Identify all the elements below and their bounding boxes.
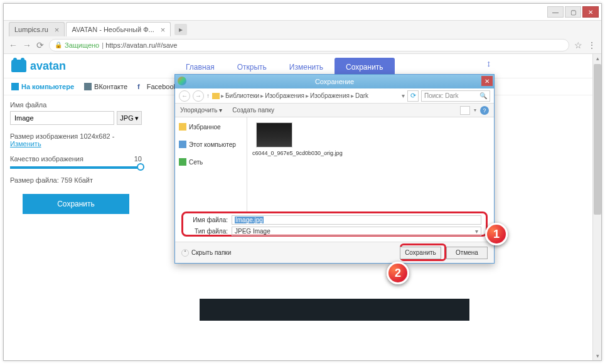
dialog-cancel-button[interactable]: Отмена xyxy=(446,247,488,259)
annotation-badge-1: 1 xyxy=(485,223,508,245)
dialog-toolbar: Упорядочить ▾ Создать папку ▾ ? xyxy=(175,104,494,117)
background-image xyxy=(200,299,469,321)
expand-icon[interactable]: ⤢ xyxy=(484,60,494,70)
annotation-badge-2: 2 xyxy=(387,262,409,284)
tab-computer[interactable]: На компьютере xyxy=(11,83,74,90)
search-input[interactable]: Поиск: Dark 🔍 xyxy=(421,90,490,102)
filetype-label: Тип файла: xyxy=(188,228,232,235)
up-icon[interactable]: ↑ xyxy=(206,92,210,99)
network-icon xyxy=(179,158,186,166)
sidebar-this-pc[interactable]: Этот компьютер xyxy=(178,139,244,150)
site-logo[interactable]: avatan xyxy=(11,60,66,73)
scroll-up-icon[interactable]: ▴ xyxy=(593,54,602,63)
save-button[interactable]: Сохранить xyxy=(23,194,129,214)
sidebar-network[interactable]: Сеть xyxy=(178,156,244,168)
dialog-fields: Имя файла: Image.jpg Тип файла: JPEG Ima… xyxy=(175,211,494,242)
filename-input[interactable] xyxy=(10,111,114,125)
resize-link[interactable]: Изменить xyxy=(10,140,41,147)
page-scrollbar[interactable]: ▴ ▾ xyxy=(592,54,601,360)
tab-vk[interactable]: ВКонтакте xyxy=(84,83,127,90)
browser-window: — ▢ ✕ Lumpics.ru × AVATAN - Необычный Ф.… xyxy=(3,3,602,361)
forward-icon[interactable]: → xyxy=(23,40,31,50)
file-list[interactable]: c6044_0_967e5_9cd0b030_orig.jpg xyxy=(247,117,494,211)
sidebar-favorites[interactable]: Избранное xyxy=(178,121,244,132)
save-dialog: Сохранение ✕ ← → ↑ ▸ Библиотеки▸ Изображ… xyxy=(174,74,495,264)
browser-tab-active[interactable]: AVATAN - Необычный Ф... × xyxy=(66,22,171,36)
hide-folders-toggle[interactable]: ˄ Скрыть папки xyxy=(181,249,231,257)
quality-slider[interactable] xyxy=(10,166,142,169)
window-titlebar: — ▢ ✕ xyxy=(4,4,601,21)
format-select[interactable]: JPG ▾ xyxy=(117,111,142,125)
star-icon xyxy=(179,123,186,131)
dialog-navbar: ← → ↑ ▸ Библиотеки▸ Изображения▸ Изображ… xyxy=(175,88,494,104)
lock-icon: 🔒 xyxy=(55,41,62,48)
dialog-sidebar: Избранное Этот компьютер Сеть xyxy=(175,117,247,211)
dialog-titlebar[interactable]: Сохранение ✕ xyxy=(175,75,494,88)
browser-addressbar: ← → ⟳ 🔒 Защищено | https://avatan.ru/#/s… xyxy=(4,36,601,54)
dialog-body: Избранное Этот компьютер Сеть c6044_0_96… xyxy=(175,117,494,211)
file-thumbnail xyxy=(256,122,292,147)
help-icon[interactable]: ? xyxy=(480,106,489,115)
dialog-close-button[interactable]: ✕ xyxy=(481,76,493,86)
filesize-label: Размер файла: 759 Кбайт xyxy=(10,176,142,184)
scroll-down-icon[interactable]: ▾ xyxy=(593,351,602,360)
close-button[interactable]: ✕ xyxy=(582,6,599,18)
page-content: ▴ ▾ avatan Главная Открыть Изменить Сохр… xyxy=(4,54,601,360)
browser-tab[interactable]: Lumpics.ru × xyxy=(9,22,65,36)
back-icon[interactable]: ← xyxy=(179,90,190,102)
vk-icon xyxy=(84,83,92,90)
dialog-footer: ˄ Скрыть папки Сохранить Отмена xyxy=(175,242,494,263)
organize-menu[interactable]: Упорядочить ▾ xyxy=(180,107,222,114)
filename-input[interactable]: Image.jpg xyxy=(232,215,481,225)
minimize-button[interactable]: — xyxy=(547,6,564,18)
dialog-title: Сохранение xyxy=(315,78,354,85)
chevron-up-icon: ˄ xyxy=(181,249,189,257)
close-icon[interactable]: × xyxy=(55,25,60,35)
back-icon[interactable]: ← xyxy=(9,40,18,50)
new-tab-button[interactable]: ▸ xyxy=(174,24,187,35)
search-icon: 🔍 xyxy=(479,92,487,99)
url-text: https://avatan.ru/#/save xyxy=(105,41,177,49)
chevron-down-icon: ▾ xyxy=(135,114,139,122)
forward-icon[interactable]: → xyxy=(193,90,204,102)
browser-tabbar: Lumpics.ru × AVATAN - Необычный Ф... × ▸ xyxy=(4,21,601,36)
file-name: c6044_0_967e5_9cd0b030_orig.jpg xyxy=(252,150,296,157)
close-icon[interactable]: × xyxy=(161,25,166,35)
tab-facebook[interactable]: f Facebook xyxy=(137,83,177,90)
scroll-thumb[interactable] xyxy=(594,64,601,215)
filename-label: Имя файла xyxy=(10,101,142,109)
url-input[interactable]: 🔒 Защищено | https://avatan.ru/#/save xyxy=(49,39,569,51)
chrome-icon xyxy=(178,77,186,85)
dimensions-row: Размер изображения 1024x682 - Изменить xyxy=(10,132,142,147)
quality-value: 10 xyxy=(134,155,142,163)
folder-icon xyxy=(212,93,220,99)
new-folder-button[interactable]: Создать папку xyxy=(232,107,274,114)
filename-label: Имя файла: xyxy=(188,217,232,223)
secure-label: Защищено xyxy=(65,41,99,49)
maximize-button[interactable]: ▢ xyxy=(565,6,581,18)
breadcrumb[interactable]: ▸ Библиотеки▸ Изображения▸ Изображения▸ … xyxy=(212,92,399,99)
dialog-save-button[interactable]: Сохранить xyxy=(400,247,441,259)
computer-icon xyxy=(11,83,19,90)
menu-icon[interactable]: ⋮ xyxy=(587,40,596,50)
quality-label: Качество изображения xyxy=(10,155,83,163)
logo-text: avatan xyxy=(30,60,66,73)
reload-icon[interactable]: ⟳ xyxy=(36,40,44,50)
refresh-icon[interactable]: ⟳ xyxy=(407,90,419,102)
pc-icon xyxy=(179,141,186,148)
logo-icon xyxy=(11,60,26,72)
tab-title: AVATAN - Необычный Ф... xyxy=(72,26,154,33)
slider-thumb[interactable] xyxy=(137,163,144,171)
file-item[interactable]: c6044_0_967e5_9cd0b030_orig.jpg xyxy=(252,122,489,157)
bookmark-icon[interactable]: ☆ xyxy=(574,40,582,50)
save-sidebar: Имя файла JPG ▾ Размер изображения 1024x… xyxy=(10,101,142,214)
filetype-select[interactable]: JPEG Image xyxy=(232,227,481,236)
tab-title: Lumpics.ru xyxy=(14,26,48,33)
view-options-button[interactable] xyxy=(460,106,470,115)
